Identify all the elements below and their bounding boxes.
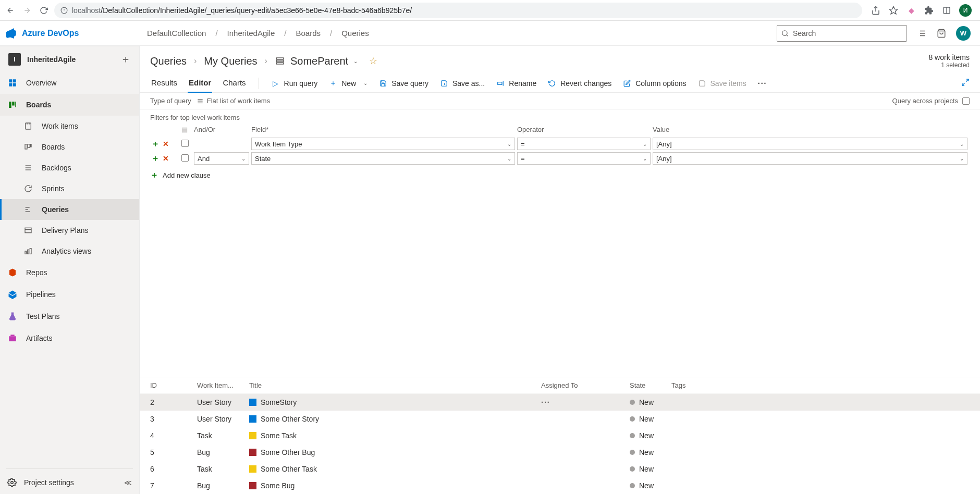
search-input[interactable]: Search bbox=[777, 25, 907, 42]
shopping-bag-icon[interactable] bbox=[936, 28, 947, 39]
project-name: InheritedAgile bbox=[27, 55, 76, 64]
revert-button[interactable]: Revert changes bbox=[547, 77, 612, 90]
suite-bar: Azure DevOps DefaultCollection / Inherit… bbox=[0, 21, 980, 46]
add-row-icon[interactable]: ＋ bbox=[151, 153, 160, 164]
back-button[interactable] bbox=[4, 4, 17, 17]
work-item-row[interactable]: 3 User Story Some Other Story New bbox=[140, 411, 980, 427]
nav-delivery-plans[interactable]: Delivery Plans bbox=[0, 220, 139, 241]
field-dropdown[interactable]: State⌄ bbox=[251, 152, 515, 165]
crumb-page[interactable]: Queries bbox=[341, 29, 369, 38]
work-item-row[interactable]: 6 Task Some Other Task New bbox=[140, 461, 980, 477]
tab-results[interactable]: Results bbox=[150, 74, 178, 92]
operator-dropdown[interactable]: =⌄ bbox=[517, 152, 651, 165]
add-row-icon[interactable]: ＋ bbox=[151, 139, 160, 150]
profile-avatar[interactable]: И bbox=[959, 4, 972, 17]
work-item-row[interactable]: 5 Bug Some Other Bug New bbox=[140, 444, 980, 461]
nav-artifacts[interactable]: Artifacts bbox=[0, 327, 139, 349]
more-commands[interactable]: ··· bbox=[757, 77, 768, 90]
work-item-row[interactable]: 4 Task Some Task New bbox=[140, 427, 980, 444]
share-icon[interactable] bbox=[871, 5, 881, 16]
col-id[interactable]: ID bbox=[150, 381, 197, 389]
row-actions-icon[interactable]: ··· bbox=[541, 398, 550, 406]
nav-queries[interactable]: Queries bbox=[0, 199, 139, 220]
project-selector[interactable]: I InheritedAgile ＋ bbox=[0, 46, 139, 72]
new-project-icon[interactable]: ＋ bbox=[120, 52, 131, 66]
cell-title[interactable]: Some Task bbox=[261, 431, 297, 440]
crumb-service[interactable]: Boards bbox=[296, 29, 321, 38]
operator-dropdown[interactable]: =⌄ bbox=[517, 138, 651, 150]
cell-title[interactable]: Some Other Story bbox=[261, 415, 319, 423]
remove-row-icon[interactable]: ✕ bbox=[163, 140, 169, 148]
nav-boards[interactable]: Boards bbox=[0, 94, 139, 116]
tab-charts[interactable]: Charts bbox=[222, 74, 247, 92]
run-query-button[interactable]: ▷Run query bbox=[271, 77, 319, 90]
nav-pipelines[interactable]: Pipelines bbox=[0, 283, 139, 305]
grouping-icon[interactable]: ▤ bbox=[181, 126, 194, 133]
chevron-down-icon[interactable]: ⌄ bbox=[353, 58, 358, 64]
svg-rect-35 bbox=[25, 228, 31, 232]
reload-button[interactable] bbox=[38, 4, 50, 17]
cell-title[interactable]: Some Other Bug bbox=[261, 448, 315, 456]
browser-chrome: localhost/DefaultCollection/InheritedAgi… bbox=[0, 0, 980, 21]
cell-title[interactable]: SomeStory bbox=[261, 398, 297, 406]
save-query-button[interactable]: Save query bbox=[378, 77, 430, 90]
collapse-nav-icon[interactable]: ≪ bbox=[124, 478, 132, 487]
nav-work-items[interactable]: Work items bbox=[0, 116, 139, 137]
panel-icon[interactable] bbox=[941, 5, 952, 16]
query-type-selector[interactable]: Flat list of work items bbox=[197, 97, 270, 105]
remove-row-icon[interactable]: ✕ bbox=[163, 154, 169, 163]
col-assigned[interactable]: Assigned To bbox=[541, 381, 630, 389]
svg-rect-27 bbox=[28, 144, 30, 148]
tab-editor[interactable]: Editor bbox=[188, 74, 212, 92]
extensions-icon[interactable] bbox=[924, 5, 934, 16]
work-item-row[interactable]: 7 Bug Some Bug New bbox=[140, 477, 980, 494]
col-type[interactable]: Work Item... bbox=[197, 381, 249, 389]
value-dropdown[interactable]: [Any]⌄ bbox=[653, 138, 967, 150]
rename-button[interactable]: Rename bbox=[495, 77, 537, 90]
nav-boards-sub[interactable]: Boards bbox=[0, 137, 139, 157]
column-options-button[interactable]: Column options bbox=[622, 77, 687, 90]
cell-title[interactable]: Some Other Task bbox=[261, 465, 317, 473]
forward-button[interactable] bbox=[21, 4, 33, 17]
nav-analytics[interactable]: Analytics views bbox=[0, 241, 139, 262]
bc-queries[interactable]: Queries bbox=[150, 55, 187, 67]
row-checkbox[interactable] bbox=[181, 140, 189, 147]
svg-rect-41 bbox=[10, 335, 15, 336]
nav-repos[interactable]: Repos bbox=[0, 262, 139, 283]
value-dropdown[interactable]: [Any]⌄ bbox=[653, 152, 967, 165]
market-icon[interactable] bbox=[916, 28, 927, 39]
field-dropdown[interactable]: Work Item Type⌄ bbox=[251, 138, 515, 150]
favorite-star-icon[interactable]: ☆ bbox=[369, 55, 377, 67]
bc-current[interactable]: SomeParent ⌄ bbox=[275, 55, 358, 67]
row-checkbox[interactable] bbox=[181, 154, 189, 162]
work-items-count: 8 work items bbox=[928, 53, 970, 61]
site-info-icon[interactable] bbox=[60, 7, 68, 14]
bc-myqueries[interactable]: My Queries bbox=[204, 55, 257, 67]
ext-icon-1[interactable]: ◆ bbox=[906, 5, 916, 16]
add-clause-button[interactable]: ＋ Add new clause bbox=[150, 166, 970, 185]
andor-dropdown[interactable]: And⌄ bbox=[194, 152, 249, 165]
fullscreen-icon[interactable] bbox=[961, 78, 970, 88]
nav-overview[interactable]: Overview bbox=[0, 72, 139, 94]
project-settings[interactable]: Project settings ≪ bbox=[0, 471, 139, 494]
col-tags[interactable]: Tags bbox=[671, 381, 718, 389]
new-button[interactable]: ＋New⌄ bbox=[328, 77, 369, 90]
col-state[interactable]: State bbox=[630, 381, 671, 389]
query-across-checkbox[interactable] bbox=[962, 97, 970, 105]
nav-sprints[interactable]: Sprints bbox=[0, 178, 139, 199]
nav-backlogs[interactable]: Backlogs bbox=[0, 157, 139, 178]
bookmark-star-icon[interactable] bbox=[888, 5, 899, 16]
save-as-button[interactable]: Save as... bbox=[439, 77, 486, 90]
address-bar[interactable]: localhost/DefaultCollection/InheritedAgi… bbox=[54, 3, 862, 18]
azure-devops-logo-icon[interactable] bbox=[6, 28, 17, 39]
nav-label: Work items bbox=[42, 122, 78, 130]
crumb-collection[interactable]: DefaultCollection bbox=[147, 29, 206, 38]
cell-assigned: ··· bbox=[541, 398, 630, 406]
crumb-project[interactable]: InheritedAgile bbox=[227, 29, 275, 38]
product-name[interactable]: Azure DevOps bbox=[22, 29, 79, 38]
user-avatar[interactable]: W bbox=[956, 26, 971, 41]
work-item-row[interactable]: 2 User Story SomeStory ··· New bbox=[140, 394, 980, 411]
nav-test-plans[interactable]: Test Plans bbox=[0, 305, 139, 327]
cell-title[interactable]: Some Bug bbox=[261, 481, 295, 490]
col-title[interactable]: Title bbox=[249, 381, 541, 389]
